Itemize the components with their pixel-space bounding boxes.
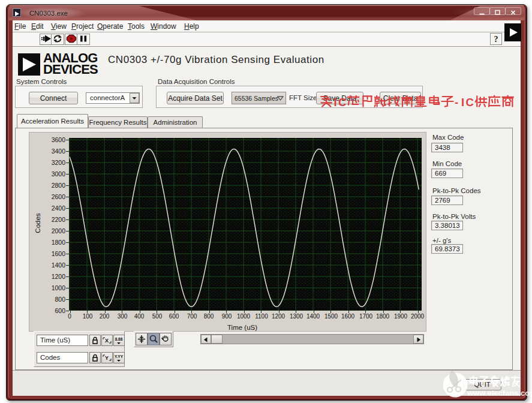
svg-text:www.elecfans.com: www.elecfans.com — [467, 389, 532, 398]
